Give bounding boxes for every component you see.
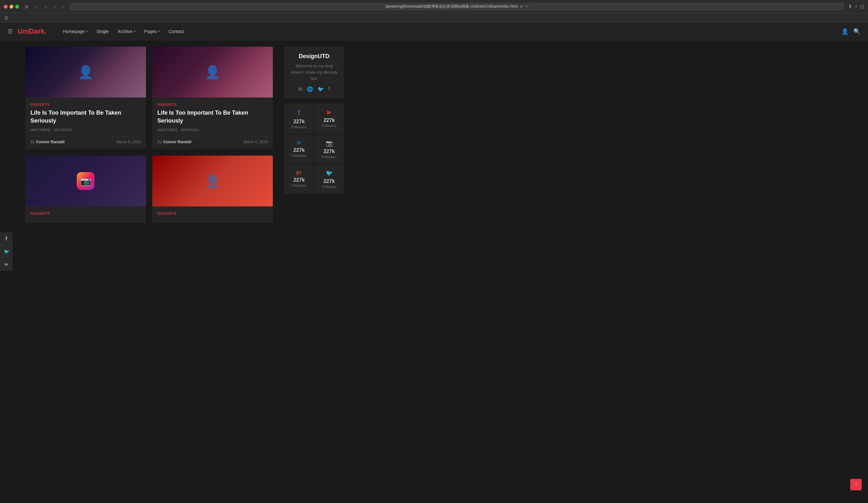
social-card-twitter[interactable]: 🐦 227k Followers [314, 164, 344, 194]
card-2-tags: #MOTOBIKE #BOOKING [157, 128, 268, 132]
card-2-footer: By Connor Randall March 6, 2019 [157, 140, 268, 144]
youtube-social-icon: ▶ [318, 109, 341, 115]
card-2-tag-1[interactable]: #MOTOBIKE [157, 128, 178, 132]
card-2-title[interactable]: Life Is Too Important To Be Taken Seriou… [157, 109, 268, 125]
nav-archive[interactable]: Archive ▾ [114, 26, 139, 37]
card-1-title[interactable]: Life Is Too Important To Be Taken Seriou… [30, 109, 141, 125]
card-4-image [152, 155, 273, 207]
card-3-image: 📷 [25, 155, 146, 207]
sidebar-icon[interactable]: ⊡ [860, 3, 864, 10]
sidebar-linkedin-button[interactable]: in [0, 258, 13, 271]
sidebar-social-icons: ✉ 🌐 🐦 f [289, 86, 339, 92]
sidebar-toggle-btn[interactable]: ⊞ [23, 3, 30, 10]
mac-toolbar: ⊞ [0, 13, 868, 22]
instagram-social-icon: 📷 [318, 140, 341, 147]
card-2-image [152, 47, 273, 98]
card-4[interactable]: GADGETS [152, 155, 273, 223]
sidebar-facebook-button[interactable]: f [0, 232, 13, 245]
home-btn[interactable]: ⌂ [33, 3, 39, 10]
social-card-facebook[interactable]: f 227k Followers [284, 103, 314, 134]
star-btn[interactable]: ☆ [42, 3, 50, 10]
nav-right: 👤 🔍 [841, 28, 860, 35]
dot-green[interactable] [15, 5, 19, 9]
upload-icon[interactable]: ⬆ [848, 3, 852, 10]
chevron-down-icon: ▾ [134, 30, 135, 33]
card-1-author: By Connor Randall [30, 140, 64, 144]
by-label-2: By [157, 140, 162, 144]
scroll-top-button[interactable]: ↑ [850, 479, 862, 490]
logo[interactable]: UniDark. [18, 27, 46, 36]
share-icon: ⊕ [520, 4, 523, 9]
social-card-instagram[interactable]: 📷 227k Followers [314, 135, 344, 164]
card-1-author-name[interactable]: Connor Randall [36, 140, 64, 144]
social-grid: f 227k Followers ▶ 227k Followers in 227… [284, 103, 344, 194]
sidebar-title: DesignUTD [289, 53, 339, 60]
browser-dots [4, 5, 19, 9]
back-btn[interactable]: ‹ [52, 3, 58, 10]
grid-icon[interactable]: ⊞ [4, 15, 8, 20]
sidebar-twitter-icon[interactable]: 🐦 [318, 86, 324, 92]
card-1-category: GADGETS [30, 103, 141, 107]
card-1-tag-2[interactable]: #BOOKING [54, 128, 72, 132]
card-2-date: March 6, 2019 [243, 140, 268, 144]
card-4-body: GADGETS [152, 207, 273, 223]
card-1-footer: By Connor Randall March 6, 2019 [30, 140, 141, 144]
card-1-tag-1[interactable]: #MOTOBIKE [30, 128, 51, 132]
sidebar-profile-box: DesignUTD Welcome to my blog where I sha… [284, 47, 344, 99]
new-tab-icon[interactable]: + [855, 3, 858, 10]
instagram-icon: 📷 [80, 176, 91, 187]
card-2-author: By Connor Randall [157, 140, 191, 144]
facebook-label: Followers [287, 125, 311, 129]
nav-contact[interactable]: Contact [165, 26, 187, 37]
nav-homepage[interactable]: Homepage ▾ [59, 26, 92, 37]
card-4-category: GADGETS [157, 211, 268, 215]
user-icon[interactable]: 👤 [841, 28, 848, 35]
sidebar: DesignUTD Welcome to my blog where I sha… [279, 47, 349, 223]
browser-controls: ⊞ ⌂ ☆ ‹ › [23, 3, 66, 10]
linkedin-label: Followers [287, 154, 311, 158]
instagram-logo: 📷 [77, 172, 94, 190]
sidebar-facebook-icon[interactable]: f [328, 86, 330, 92]
googleplus-count: 227k [287, 177, 311, 183]
instagram-label: Followers [318, 155, 341, 159]
card-2-body: GADGETS Life Is Too Important To Be Take… [152, 98, 273, 149]
googleplus-label: Followers [287, 183, 311, 187]
card-1[interactable]: GADGETS Life Is Too Important To Be Take… [25, 47, 146, 149]
dot-yellow[interactable] [10, 5, 13, 9]
sidebar-twitter-button[interactable]: 🐦 [0, 245, 13, 258]
forward-btn[interactable]: › [60, 3, 66, 10]
card-1-tags: #MOTOBIKE #BOOKING [30, 128, 141, 132]
nav-single[interactable]: Single [93, 26, 113, 37]
card-1-date: March 6, 2019 [116, 140, 141, 144]
googleplus-social-icon: g+ [287, 170, 311, 175]
card-2-tag-2[interactable]: #BOOKING [181, 128, 199, 132]
hamburger-button[interactable]: ☰ [8, 28, 13, 35]
facebook-count: 227k [287, 119, 311, 124]
address-bar[interactable]: /janewong/Downloads/炫酷博客杂志资讯网站模板-UniDark… [70, 2, 844, 10]
card-3[interactable]: 📷 GADGETS [25, 155, 146, 223]
sidebar-globe-icon[interactable]: 🌐 [307, 86, 313, 92]
logo-prefix: Uni [18, 27, 29, 35]
card-1-divider [30, 136, 141, 137]
social-card-googleplus[interactable]: g+ 227k Followers [284, 164, 314, 194]
logo-suffix: Dark. [29, 27, 46, 35]
dot-red[interactable] [4, 5, 8, 9]
linkedin-social-icon: in [287, 140, 311, 145]
cards-grid: GADGETS Life Is Too Important To Be Take… [25, 47, 273, 223]
card-3-category: GADGETS [30, 211, 141, 215]
url-text: /janewong/Downloads/炫酷博客杂志资讯网站模板-UniDark… [385, 4, 517, 9]
chevron-down-icon: ▾ [158, 30, 159, 33]
card-2-author-name[interactable]: Connor Randall [163, 140, 191, 144]
card-2-divider [157, 136, 268, 137]
sidebar-description: Welcome to my blog where I share my life… [289, 63, 339, 82]
search-icon[interactable]: 🔍 [854, 28, 860, 35]
nav-pages[interactable]: Pages ▾ [141, 26, 164, 37]
social-sidebar: f 🐦 in [0, 232, 13, 271]
card-2[interactable]: GADGETS Life Is Too Important To Be Take… [152, 47, 273, 149]
social-card-youtube[interactable]: ▶ 227k Followers [314, 103, 344, 134]
sidebar-email-icon[interactable]: ✉ [298, 86, 302, 92]
refresh-icon[interactable]: ↺ [525, 4, 528, 9]
youtube-label: Followers [318, 124, 341, 128]
social-card-linkedin[interactable]: in 227k Followers [284, 135, 314, 164]
instagram-count: 227k [318, 149, 341, 154]
